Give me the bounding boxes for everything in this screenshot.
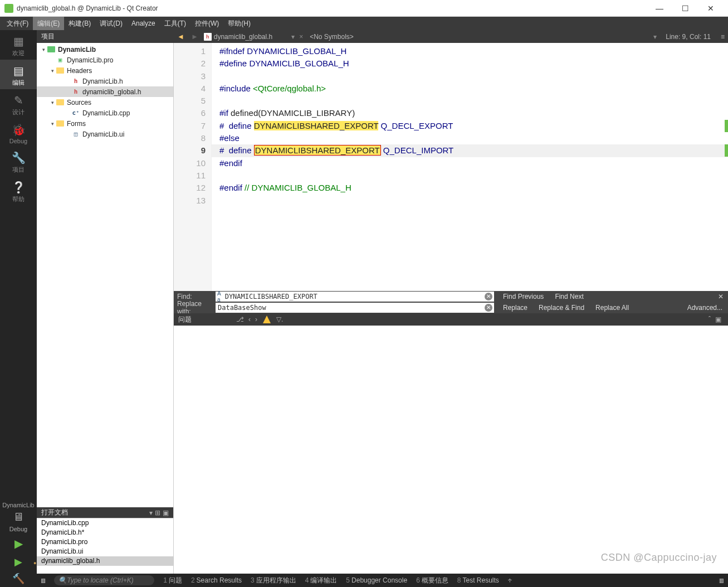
replace-bar: Replace with: ✕ Replace Replace & Find R… [174, 302, 728, 313]
debug-run-button[interactable]: ▶● [14, 554, 22, 570]
add-split-icon[interactable]: ⊞ [155, 509, 160, 517]
run-button[interactable]: ▶ [14, 533, 23, 554]
close-window-button[interactable]: ✕ [698, 0, 724, 17]
h-file-icon: h [204, 33, 212, 41]
dropdown-icon[interactable]: ▾ [149, 509, 153, 517]
find-previous-button[interactable]: Find Previous [497, 293, 549, 300]
output-tab-issues[interactable]: 1问题 [159, 576, 187, 585]
menu-widgets[interactable]: 控件(W) [190, 17, 223, 30]
nav-forward-button[interactable]: ► [188, 32, 202, 41]
menu-debug[interactable]: 调试(D) [95, 17, 127, 30]
find-next-button[interactable]: Find Next [549, 293, 589, 300]
menu-tools[interactable]: 工具(T) [160, 17, 190, 30]
clear-icon[interactable]: ✕ [485, 293, 492, 300]
mode-edit[interactable]: ▤编辑 [0, 60, 37, 89]
editor-file-name[interactable]: dynamiclib_global.h [214, 33, 289, 41]
tree-source-file[interactable]: c⁺DynamicLib.cpp [37, 108, 173, 118]
overview-ruler [724, 43, 728, 291]
editor-menu-icon[interactable]: ≡ [717, 33, 728, 41]
close-pane-icon[interactable]: ▣ [715, 316, 721, 323]
replace-button[interactable]: Replace [497, 304, 533, 312]
status-dropdown-icon[interactable]: ÷ [504, 576, 516, 584]
menu-analyze[interactable]: Analyze [127, 17, 160, 30]
mode-debug[interactable]: 🐞Debug [0, 119, 37, 147]
find-input[interactable] [223, 292, 490, 301]
open-doc-item[interactable]: DynamicLib.cpp [37, 518, 173, 528]
output-tab-compile[interactable]: 4编译输出 [301, 576, 342, 585]
tree-forms-folder[interactable]: ▾Forms [37, 118, 173, 129]
tree-header-file[interactable]: hDynamicLib.h [37, 76, 173, 86]
warning-icon[interactable] [263, 316, 271, 323]
tree-project-root[interactable]: ▾DynamicLib [37, 44, 173, 55]
maximize-button[interactable]: ☐ [672, 0, 698, 17]
sidebar-toggle-icon[interactable]: ▥ [37, 576, 50, 584]
open-documents-list[interactable]: DynamicLib.cpp DynamicLib.h* DynamicLib.… [37, 518, 173, 574]
mode-projects[interactable]: 🔧项目 [0, 147, 37, 176]
dropdown-icon[interactable]: ▾ [289, 33, 297, 41]
replace-input[interactable] [216, 303, 483, 312]
expand-icon[interactable]: ˆ [709, 316, 711, 323]
open-docs-label[interactable]: 打开文档 [41, 508, 147, 517]
replace-input-wrap[interactable]: ✕ [216, 303, 494, 313]
mode-design[interactable]: ✎设计 [0, 89, 37, 119]
menu-bar: 文件(F) 编辑(E) 构建(B) 调试(D) Analyze 工具(T) 控件… [0, 17, 728, 30]
open-doc-item[interactable]: DynamicLib.ui [37, 547, 173, 556]
code-content[interactable]: #ifndef DYNAMICLIB_GLOBAL_H #define DYNA… [212, 43, 453, 291]
issues-pane[interactable]: CSDN @Cappuccino-jay [174, 326, 728, 574]
close-split-icon[interactable]: ▣ [163, 509, 169, 517]
output-tab-search[interactable]: 2Search Results [187, 576, 246, 584]
dropdown-icon[interactable]: ▾ [651, 33, 659, 41]
open-doc-item[interactable]: DynamicLib.pro [37, 537, 173, 547]
symbol-selector[interactable]: <No Symbols> [305, 33, 358, 41]
filter2-icon[interactable]: ▽. [276, 316, 283, 323]
locator-input[interactable]: 🔍 Type to locate (Ctrl+K) [54, 575, 154, 585]
mode-welcome[interactable]: ▦欢迎 [0, 30, 37, 60]
kit-config[interactable]: Debug [9, 525, 27, 533]
open-doc-item[interactable]: DynamicLib.h* [37, 528, 173, 537]
title-bar: dynamiclib_global.h @ DynamicLib - Qt Cr… [0, 0, 728, 17]
next-issue-icon[interactable]: › [255, 316, 257, 323]
design-icon: ✎ [0, 94, 37, 107]
tree-header-file[interactable]: hdynamiclib_global.h [37, 86, 173, 97]
nav-back-button[interactable]: ◄ [174, 32, 188, 41]
code-editor[interactable]: 12345678910111213 #ifndef DYNAMICLIB_GLO… [174, 43, 728, 291]
build-button[interactable]: 🔨 [12, 570, 25, 587]
status-bar: ▥ 🔍 Type to locate (Ctrl+K) 1问题 2Search … [37, 574, 728, 587]
menu-edit[interactable]: 编辑(E) [33, 17, 64, 30]
tree-pro-file[interactable]: ▣DynamicLib.pro [37, 55, 173, 65]
open-doc-item[interactable]: dynamiclib_global.h [37, 556, 173, 566]
tree-headers-folder[interactable]: ▾Headers [37, 65, 173, 76]
output-tab-test[interactable]: 8Test Results [453, 576, 504, 584]
close-file-icon[interactable]: × [297, 33, 305, 41]
clear-icon[interactable]: ✕ [485, 304, 492, 312]
line-number-gutter: 12345678910111213 [174, 43, 212, 291]
mode-help[interactable]: ❔帮助 [0, 176, 37, 206]
menu-help[interactable]: 帮助(H) [223, 17, 255, 30]
minimize-button[interactable]: — [647, 0, 672, 17]
replace-and-find-button[interactable]: Replace & Find [533, 304, 590, 312]
output-tab-general[interactable]: 6概要信息 [412, 576, 453, 585]
regex-icon[interactable]: Aa [216, 290, 223, 303]
change-marker-icon [725, 120, 728, 132]
filter-icon[interactable]: ⎇ [236, 316, 244, 323]
right-sidebar-toggle-icon[interactable]: ▥ [715, 576, 728, 584]
kit-monitor-icon[interactable]: 🖥 [13, 510, 24, 525]
issues-toolbar: 问题 ⎇ ‹ › ▽. ˆ ▣ [174, 313, 728, 326]
menu-build[interactable]: 构建(B) [64, 17, 95, 30]
output-tab-app[interactable]: 3应用程序输出 [246, 576, 301, 585]
cursor-position[interactable]: Line: 9, Col: 11 [659, 33, 717, 41]
editor-toolbar: ◄ ► h dynamiclib_global.h ▾ × <No Symbol… [174, 30, 728, 43]
advanced-button[interactable]: Advanced... [682, 304, 728, 312]
tree-form-file[interactable]: ◫DynamicLib.ui [37, 129, 173, 139]
issues-label[interactable]: 问题 [178, 315, 234, 324]
prev-issue-icon[interactable]: ‹ [248, 316, 251, 323]
kit-name[interactable]: DynamicLib [2, 501, 34, 510]
close-find-icon[interactable]: ✕ [714, 293, 728, 300]
output-tab-debugger[interactable]: 5Debugger Console [341, 576, 412, 584]
menu-file[interactable]: 文件(F) [2, 17, 33, 30]
replace-all-button[interactable]: Replace All [590, 304, 634, 312]
tree-sources-folder[interactable]: ▾Sources [37, 97, 173, 108]
wrench-icon: 🔧 [0, 151, 37, 164]
find-input-wrap[interactable]: Aa ✕ [216, 292, 494, 302]
project-tree[interactable]: ▾DynamicLib ▣DynamicLib.pro ▾Headers hDy… [37, 43, 173, 507]
